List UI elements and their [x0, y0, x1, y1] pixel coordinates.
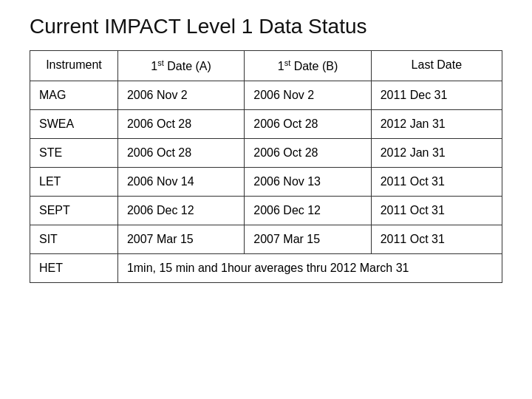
cell-date-a: 2007 Mar 15 — [117, 225, 244, 254]
cell-date-a: 2006 Oct 28 — [117, 110, 244, 139]
header-instrument: Instrument — [30, 51, 118, 81]
header-last-date: Last Date — [371, 51, 502, 81]
table-row: LET2006 Nov 142006 Nov 132011 Oct 31 — [30, 168, 502, 197]
cell-instrument: LET — [30, 168, 118, 197]
cell-instrument: SWEA — [30, 110, 118, 139]
header-date-b: 1st Date (B) — [245, 51, 371, 81]
table-row: SEPT2006 Dec 122006 Dec 122011 Oct 31 — [30, 197, 502, 225]
cell-date-a: 2006 Nov 2 — [117, 81, 244, 110]
cell-last-date: 2011 Oct 31 — [371, 197, 502, 225]
cell-colspan-text: 1min, 15 min and 1hour averages thru 201… — [117, 254, 502, 283]
cell-date-a: 2006 Dec 12 — [117, 197, 244, 225]
table-header-row: Instrument 1st Date (A) 1st Date (B) Las… — [30, 51, 502, 81]
table-row: STE2006 Oct 282006 Oct 282012 Jan 31 — [30, 139, 502, 168]
cell-last-date: 2012 Jan 31 — [371, 139, 502, 168]
cell-date-b: 2007 Mar 15 — [245, 225, 371, 254]
cell-date-b: 2006 Dec 12 — [245, 197, 371, 225]
cell-date-b: 2006 Nov 2 — [245, 81, 371, 110]
cell-instrument: MAG — [30, 81, 118, 110]
cell-last-date: 2012 Jan 31 — [371, 110, 502, 139]
cell-date-b: 2006 Nov 13 — [245, 168, 371, 197]
table-row: SWEA2006 Oct 282006 Oct 282012 Jan 31 — [30, 110, 502, 139]
cell-instrument: SIT — [30, 225, 118, 254]
cell-last-date: 2011 Oct 31 — [371, 168, 502, 197]
cell-instrument: STE — [30, 139, 118, 168]
cell-instrument: SEPT — [30, 197, 118, 225]
cell-date-a: 2006 Oct 28 — [117, 139, 244, 168]
cell-last-date: 2011 Oct 31 — [371, 225, 502, 254]
cell-last-date: 2011 Dec 31 — [371, 81, 502, 110]
header-date-a: 1st Date (A) — [117, 51, 244, 81]
table-row: MAG2006 Nov 22006 Nov 22011 Dec 31 — [30, 81, 502, 110]
table-row: HET1min, 15 min and 1hour averages thru … — [30, 254, 502, 283]
table-row: SIT2007 Mar 152007 Mar 152011 Oct 31 — [30, 225, 502, 254]
page-title: Current IMPACT Level 1 Data Status — [30, 15, 502, 38]
cell-date-a: 2006 Nov 14 — [117, 168, 244, 197]
cell-date-b: 2006 Oct 28 — [245, 139, 371, 168]
data-table: Instrument 1st Date (A) 1st Date (B) Las… — [30, 50, 502, 283]
cell-instrument: HET — [30, 254, 118, 283]
cell-date-b: 2006 Oct 28 — [245, 110, 371, 139]
